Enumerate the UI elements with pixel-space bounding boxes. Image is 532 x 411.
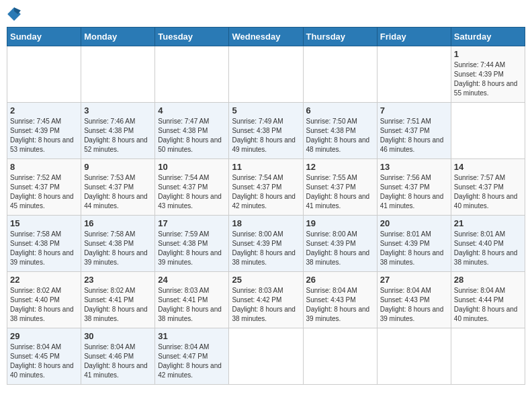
cell-week3-day4: 11 Sunrise: 7:54 AM Sunset: 4:37 PM Dayl… bbox=[229, 159, 303, 216]
day-number: 15 bbox=[10, 218, 78, 228]
daylight: Daylight: 8 hours and 40 minutes. bbox=[454, 193, 518, 210]
daylight: Daylight: 8 hours and 39 minutes. bbox=[84, 249, 148, 266]
sunrise: Sunrise: 7:56 AM bbox=[380, 174, 431, 181]
header-wednesday: Wednesday bbox=[229, 28, 303, 46]
sunrise: Sunrise: 8:02 AM bbox=[10, 287, 61, 294]
sunrise: Sunrise: 7:55 AM bbox=[306, 174, 357, 181]
daylight: Daylight: 8 hours and 41 minutes. bbox=[380, 193, 444, 210]
day-number: 5 bbox=[232, 105, 300, 116]
sunset: Sunset: 4:38 PM bbox=[158, 127, 208, 134]
sunrise: Sunrise: 8:01 AM bbox=[454, 230, 505, 238]
sunset: Sunset: 4:47 PM bbox=[158, 353, 208, 360]
day-number: 17 bbox=[158, 218, 226, 228]
day-number: 8 bbox=[10, 162, 78, 172]
sunset: Sunset: 4:41 PM bbox=[84, 296, 134, 304]
cell-week1-day1 bbox=[7, 46, 81, 103]
sunrise: Sunrise: 8:04 AM bbox=[84, 343, 135, 351]
cell-week5-day5: 26 Sunrise: 8:04 AM Sunset: 4:43 PM Dayl… bbox=[303, 272, 377, 328]
day-number: 3 bbox=[84, 105, 152, 116]
sunset: Sunset: 4:37 PM bbox=[158, 183, 208, 191]
header-friday: Friday bbox=[377, 28, 451, 46]
day-number: 11 bbox=[232, 162, 300, 172]
sunset: Sunset: 4:37 PM bbox=[306, 183, 356, 191]
sunrise: Sunrise: 8:02 AM bbox=[84, 287, 135, 294]
daylight: Daylight: 8 hours and 42 minutes. bbox=[158, 362, 222, 379]
cell-week1-day7: 1 Sunrise: 7:44 AM Sunset: 4:39 PM Dayli… bbox=[451, 46, 525, 103]
sunset: Sunset: 4:38 PM bbox=[10, 240, 60, 247]
sunrise: Sunrise: 8:04 AM bbox=[158, 343, 209, 351]
cell-week5-day3: 24 Sunrise: 8:03 AM Sunset: 4:41 PM Dayl… bbox=[155, 272, 229, 328]
cell-week2-day6: 7 Sunrise: 7:51 AM Sunset: 4:37 PM Dayli… bbox=[377, 103, 451, 159]
sunset: Sunset: 4:38 PM bbox=[158, 240, 208, 247]
sunset: Sunset: 4:39 PM bbox=[380, 240, 430, 247]
daylight: Daylight: 8 hours and 40 minutes. bbox=[10, 362, 74, 379]
cell-week6-day5 bbox=[303, 328, 377, 385]
daylight: Daylight: 8 hours and 38 minutes. bbox=[158, 306, 222, 322]
daylight: Daylight: 8 hours and 38 minutes. bbox=[10, 306, 74, 322]
sunset: Sunset: 4:43 PM bbox=[380, 296, 430, 304]
logo-icon bbox=[7, 7, 21, 21]
day-number: 14 bbox=[454, 162, 522, 172]
week-row-3: 8 Sunrise: 7:52 AM Sunset: 4:37 PM Dayli… bbox=[7, 159, 525, 216]
sunset: Sunset: 4:39 PM bbox=[306, 240, 356, 247]
sunrise: Sunrise: 8:04 AM bbox=[10, 343, 61, 351]
sunset: Sunset: 4:40 PM bbox=[454, 240, 504, 247]
daylight: Daylight: 8 hours and 42 minutes. bbox=[232, 193, 296, 210]
cell-week5-day2: 23 Sunrise: 8:02 AM Sunset: 4:41 PM Dayl… bbox=[81, 272, 155, 328]
cell-week5-day7: 28 Sunrise: 8:04 AM Sunset: 4:44 PM Dayl… bbox=[451, 272, 525, 328]
daylight: Daylight: 8 hours and 52 minutes. bbox=[84, 136, 148, 153]
cell-week2-day7 bbox=[451, 103, 525, 159]
day-number: 20 bbox=[380, 218, 448, 228]
day-number: 1 bbox=[454, 49, 522, 59]
daylight: Daylight: 8 hours and 53 minutes. bbox=[10, 136, 74, 153]
header bbox=[7, 7, 525, 21]
day-number: 2 bbox=[10, 105, 78, 116]
sunset: Sunset: 4:46 PM bbox=[84, 353, 134, 360]
daylight: Daylight: 8 hours and 38 minutes. bbox=[454, 249, 518, 266]
cell-week4-day2: 16 Sunrise: 7:58 AM Sunset: 4:38 PM Dayl… bbox=[81, 216, 155, 272]
day-number: 10 bbox=[158, 162, 226, 172]
cell-week2-day3: 4 Sunrise: 7:47 AM Sunset: 4:38 PM Dayli… bbox=[155, 103, 229, 159]
sunrise: Sunrise: 7:44 AM bbox=[454, 61, 505, 68]
sunrise: Sunrise: 8:04 AM bbox=[380, 287, 431, 294]
day-number: 4 bbox=[158, 105, 226, 116]
cell-week5-day6: 27 Sunrise: 8:04 AM Sunset: 4:43 PM Dayl… bbox=[377, 272, 451, 328]
day-number: 9 bbox=[84, 162, 152, 172]
cell-week6-day2: 30 Sunrise: 8:04 AM Sunset: 4:46 PM Dayl… bbox=[81, 328, 155, 385]
day-number: 7 bbox=[380, 105, 448, 116]
day-number: 29 bbox=[10, 331, 78, 341]
cell-week1-day6 bbox=[377, 46, 451, 103]
sunrise: Sunrise: 8:04 AM bbox=[454, 287, 505, 294]
cell-week4-day7: 21 Sunrise: 8:01 AM Sunset: 4:40 PM Dayl… bbox=[451, 216, 525, 272]
header-monday: Monday bbox=[81, 28, 155, 46]
cell-week2-day1: 2 Sunrise: 7:45 AM Sunset: 4:39 PM Dayli… bbox=[7, 103, 81, 159]
sunrise: Sunrise: 7:46 AM bbox=[84, 118, 135, 125]
daylight: Daylight: 8 hours and 41 minutes. bbox=[84, 362, 148, 379]
sunset: Sunset: 4:41 PM bbox=[158, 296, 208, 304]
day-number: 23 bbox=[84, 275, 152, 285]
sunrise: Sunrise: 7:59 AM bbox=[158, 230, 209, 238]
sunrise: Sunrise: 7:45 AM bbox=[10, 118, 61, 125]
cell-week3-day3: 10 Sunrise: 7:54 AM Sunset: 4:37 PM Dayl… bbox=[155, 159, 229, 216]
header-sunday: Sunday bbox=[7, 28, 81, 46]
cell-week6-day4 bbox=[229, 328, 303, 385]
daylight: Daylight: 8 hours and 49 minutes. bbox=[232, 136, 296, 153]
daylight: Daylight: 8 hours and 38 minutes. bbox=[306, 249, 370, 266]
sunset: Sunset: 4:37 PM bbox=[380, 183, 430, 191]
cell-week3-day6: 13 Sunrise: 7:56 AM Sunset: 4:37 PM Dayl… bbox=[377, 159, 451, 216]
sunset: Sunset: 4:39 PM bbox=[454, 71, 504, 78]
daylight: Daylight: 8 hours and 39 minutes. bbox=[10, 249, 74, 266]
daylight: Daylight: 8 hours and 38 minutes. bbox=[232, 306, 296, 322]
cell-week3-day7: 14 Sunrise: 7:57 AM Sunset: 4:37 PM Dayl… bbox=[451, 159, 525, 216]
sunset: Sunset: 4:45 PM bbox=[10, 353, 60, 360]
sunset: Sunset: 4:38 PM bbox=[306, 127, 356, 134]
cell-week1-day4 bbox=[229, 46, 303, 103]
week-row-1: 1 Sunrise: 7:44 AM Sunset: 4:39 PM Dayli… bbox=[7, 46, 525, 103]
sunrise: Sunrise: 7:57 AM bbox=[454, 174, 505, 181]
daylight: Daylight: 8 hours and 50 minutes. bbox=[158, 136, 222, 153]
day-number: 16 bbox=[84, 218, 152, 228]
sunrise: Sunrise: 8:00 AM bbox=[306, 230, 357, 238]
day-number: 28 bbox=[454, 275, 522, 285]
cell-week6-day1: 29 Sunrise: 8:04 AM Sunset: 4:45 PM Dayl… bbox=[7, 328, 81, 385]
daylight: Daylight: 8 hours and 38 minutes. bbox=[232, 249, 296, 266]
